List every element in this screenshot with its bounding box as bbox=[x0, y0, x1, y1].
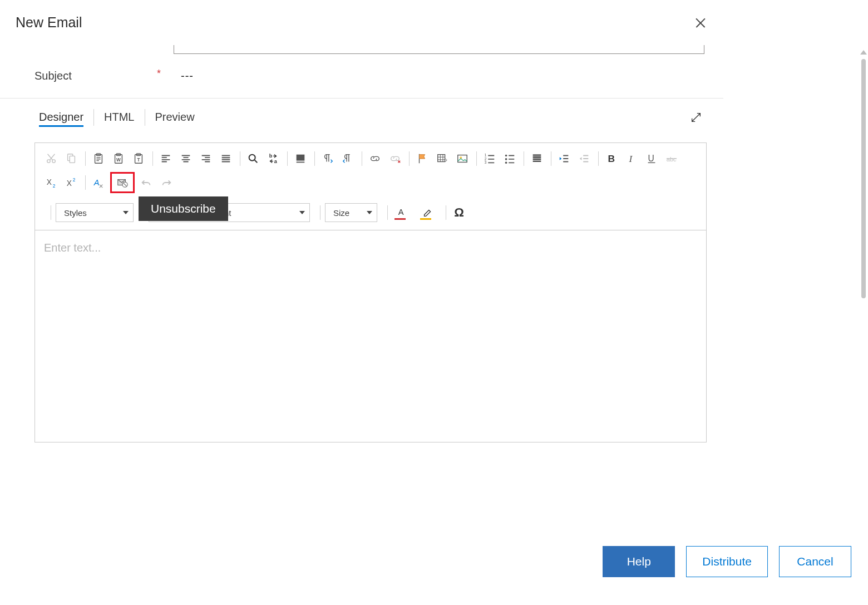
previous-field-bottom[interactable] bbox=[174, 45, 704, 54]
indent-button[interactable] bbox=[556, 150, 573, 167]
strikethrough-button[interactable]: abc bbox=[663, 150, 680, 167]
align-left-icon bbox=[160, 153, 172, 165]
styles-dropdown[interactable]: Styles bbox=[56, 203, 134, 222]
align-center-button[interactable] bbox=[177, 150, 194, 167]
unsubscribe-button[interactable] bbox=[114, 174, 131, 191]
toolbar-row-3: Styles Font ont Size A bbox=[43, 199, 698, 229]
bold-button[interactable]: B bbox=[603, 150, 620, 167]
font-dropdown[interactable]: Font ont bbox=[149, 203, 310, 222]
indent-icon bbox=[558, 153, 570, 165]
svg-text:B: B bbox=[608, 153, 615, 164]
strike-icon: abc bbox=[665, 153, 678, 165]
tab-preview[interactable]: Preview bbox=[155, 109, 195, 126]
superscript-button[interactable]: X2 bbox=[63, 174, 80, 191]
undo-icon bbox=[140, 176, 152, 189]
subject-label: Subject bbox=[34, 70, 157, 82]
ltr-button[interactable] bbox=[319, 150, 336, 167]
align-center-icon bbox=[180, 153, 192, 165]
dialog-header: New Email bbox=[0, 0, 723, 45]
image-button[interactable] bbox=[454, 150, 471, 167]
italic-button[interactable]: I bbox=[623, 150, 640, 167]
clipboard-word-icon: W bbox=[112, 153, 125, 165]
paste-plain-text-button[interactable]: T bbox=[130, 150, 147, 167]
svg-text:A: A bbox=[93, 178, 100, 187]
expand-icon bbox=[690, 111, 702, 124]
cancel-button[interactable]: Cancel bbox=[779, 546, 851, 577]
svg-text:2: 2 bbox=[73, 178, 76, 183]
undo-button[interactable] bbox=[138, 174, 155, 191]
rich-text-editor: W T ba bbox=[34, 142, 707, 442]
help-button[interactable]: Help bbox=[603, 546, 675, 577]
editor-toolbar: W T ba bbox=[35, 143, 706, 230]
scroll-thumb[interactable] bbox=[861, 59, 866, 298]
underline-button[interactable]: U bbox=[643, 150, 660, 167]
italic-icon: I bbox=[625, 153, 638, 165]
svg-text:U: U bbox=[648, 154, 654, 163]
highlight-color-button[interactable] bbox=[418, 204, 440, 221]
anchor-button[interactable] bbox=[414, 150, 431, 167]
align-right-button[interactable] bbox=[198, 150, 214, 167]
bullet-list-button[interactable] bbox=[501, 150, 518, 167]
svg-rect-15 bbox=[297, 155, 305, 161]
text-direction-button[interactable] bbox=[292, 150, 309, 167]
blockquote-button[interactable] bbox=[529, 150, 545, 167]
tab-active-underline bbox=[39, 125, 83, 127]
close-button[interactable] bbox=[694, 17, 707, 29]
paste-button[interactable] bbox=[90, 150, 107, 167]
svg-point-22 bbox=[505, 155, 507, 157]
vertical-scrollbar[interactable] bbox=[860, 50, 867, 451]
highlight-color-swatch bbox=[420, 218, 431, 220]
tab-separator bbox=[93, 109, 94, 126]
align-left-button[interactable] bbox=[157, 150, 174, 167]
copy-icon bbox=[65, 153, 77, 165]
distribute-button[interactable]: Distribute bbox=[686, 546, 768, 577]
link-button[interactable] bbox=[367, 150, 383, 167]
unsubscribe-icon bbox=[116, 176, 129, 189]
toolbar-row-2: X2 X2 A bbox=[43, 169, 698, 199]
svg-text:b: b bbox=[269, 153, 273, 159]
expand-editor-button[interactable] bbox=[690, 111, 702, 124]
clipboard-icon bbox=[92, 153, 105, 165]
subscript-button[interactable]: X2 bbox=[43, 174, 60, 191]
rtl-button[interactable] bbox=[339, 150, 356, 167]
remove-format-button[interactable]: A bbox=[90, 174, 107, 191]
svg-text:T: T bbox=[137, 158, 140, 163]
find-button[interactable] bbox=[245, 150, 262, 167]
caret-down-icon bbox=[367, 211, 372, 214]
unlink-icon bbox=[389, 153, 401, 165]
tab-html[interactable]: HTML bbox=[104, 109, 134, 126]
table-icon bbox=[436, 153, 448, 165]
size-dropdown[interactable]: Size bbox=[325, 203, 377, 222]
link-icon bbox=[369, 153, 381, 165]
text-color-button[interactable]: A bbox=[392, 204, 415, 221]
numbered-list-button[interactable]: 123 bbox=[481, 150, 498, 167]
text-color-icon: A bbox=[396, 206, 408, 219]
tab-designer[interactable]: Designer bbox=[39, 109, 83, 126]
scissors-icon bbox=[45, 153, 57, 165]
clipboard-text-icon: T bbox=[132, 153, 145, 165]
editor-content-area[interactable]: Enter text... bbox=[35, 230, 706, 442]
table-button[interactable] bbox=[434, 150, 451, 167]
redo-button[interactable] bbox=[158, 174, 175, 191]
outdent-button[interactable] bbox=[576, 150, 593, 167]
subject-value[interactable]: --- bbox=[181, 70, 194, 82]
omega-icon: Ω bbox=[454, 205, 464, 220]
bold-icon: B bbox=[605, 153, 618, 165]
replace-button[interactable]: ba bbox=[265, 150, 282, 167]
highlight-icon bbox=[422, 206, 434, 219]
align-justify-button[interactable] bbox=[218, 150, 234, 167]
unlink-button[interactable] bbox=[387, 150, 403, 167]
replace-icon: ba bbox=[267, 153, 279, 165]
special-char-button[interactable]: Ω bbox=[451, 204, 467, 221]
paste-from-word-button[interactable]: W bbox=[110, 150, 127, 167]
scroll-up-arrow[interactable] bbox=[860, 50, 867, 55]
editor-placeholder: Enter text... bbox=[44, 242, 101, 254]
svg-text:X: X bbox=[67, 179, 72, 188]
superscript-icon: X2 bbox=[65, 176, 77, 189]
cut-button[interactable] bbox=[43, 150, 60, 167]
subject-row: Subject * --- bbox=[0, 54, 723, 99]
ul-icon bbox=[504, 153, 516, 165]
copy-button[interactable] bbox=[63, 150, 80, 167]
align-justify-icon bbox=[220, 153, 232, 165]
editor-tabs: Designer HTML Preview bbox=[0, 99, 723, 126]
